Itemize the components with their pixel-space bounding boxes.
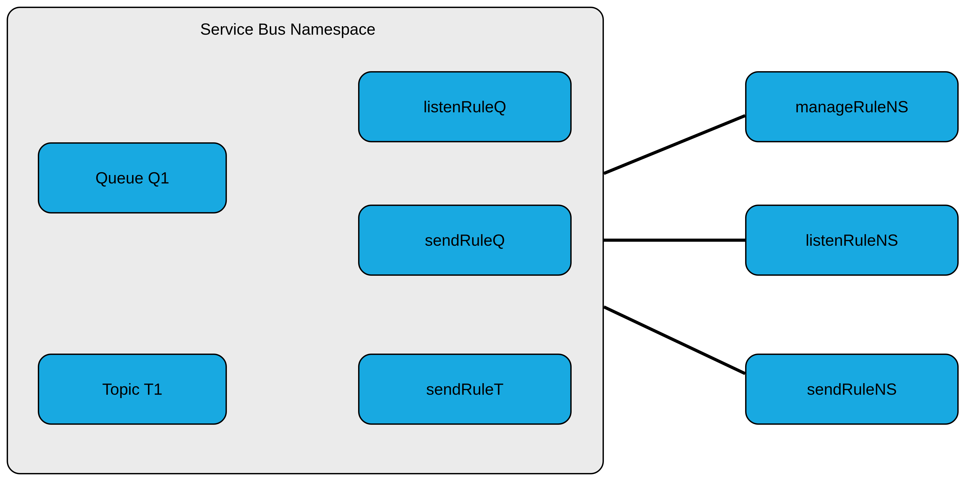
node-sendRuleT: sendRuleT	[358, 354, 572, 425]
diagram-canvas: Service Bus Namespace Queue Q1 Topic T1 …	[0, 0, 980, 481]
node-sendRuleQ: sendRuleQ	[358, 205, 572, 276]
node-topic-t1: Topic T1	[38, 354, 227, 425]
node-label: sendRuleNS	[807, 380, 897, 398]
node-label: manageRuleNS	[795, 98, 908, 116]
node-label: listenRuleQ	[423, 98, 506, 116]
node-manageRuleNS: manageRuleNS	[745, 71, 959, 142]
node-label: Topic T1	[102, 380, 162, 398]
node-listenRuleNS: listenRuleNS	[745, 205, 959, 276]
node-listenRuleQ: listenRuleQ	[358, 71, 572, 142]
edge-namespace-manageRuleNS	[604, 116, 745, 173]
node-label: sendRuleQ	[425, 231, 505, 249]
namespace-title: Service Bus Namespace	[200, 20, 375, 38]
node-label: sendRuleT	[426, 380, 504, 398]
node-sendRuleNS: sendRuleNS	[745, 354, 959, 425]
node-queue-q1: Queue Q1	[38, 142, 227, 213]
node-label: Queue Q1	[95, 169, 169, 187]
edge-namespace-sendRuleNS	[604, 307, 745, 374]
node-label: listenRuleNS	[806, 231, 898, 249]
